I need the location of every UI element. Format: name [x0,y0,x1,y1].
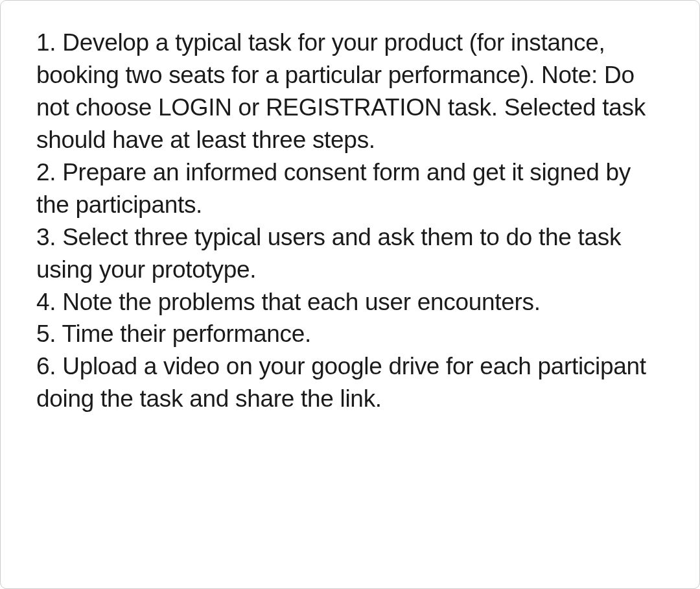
instruction-list: 1. Develop a typical task for your produ… [36,27,667,415]
instruction-item-5: 5. Time their performance. [36,318,667,350]
instruction-item-6: 6. Upload a video on your google drive f… [36,350,667,415]
instruction-item-2: 2. Prepare an informed consent form and … [36,156,667,221]
document-container: 1. Develop a typical task for your produ… [0,0,700,589]
instruction-item-3: 3. Select three typical users and ask th… [36,221,667,286]
instruction-item-4: 4. Note the problems that each user enco… [36,286,667,319]
instruction-item-1: 1. Develop a typical task for your produ… [36,27,667,156]
